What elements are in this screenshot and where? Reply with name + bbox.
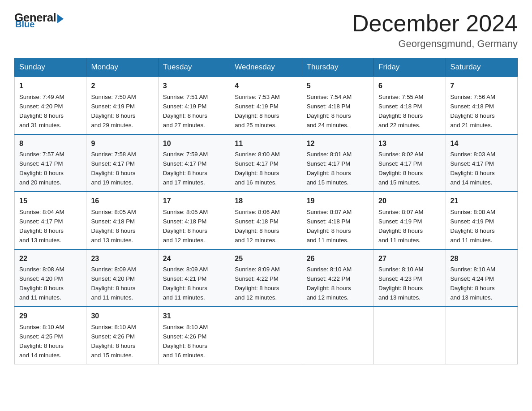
day-info: Sunrise: 8:10 AMSunset: 4:26 PMDaylight:… — [91, 324, 136, 359]
table-cell — [374, 307, 446, 364]
day-number: 2 — [91, 81, 153, 92]
col-wednesday: Wednesday — [230, 58, 302, 77]
table-cell: 3 Sunrise: 7:51 AMSunset: 4:19 PMDayligh… — [158, 77, 230, 134]
table-cell: 8 Sunrise: 7:57 AMSunset: 4:17 PMDayligh… — [15, 134, 86, 192]
day-number: 4 — [235, 81, 297, 92]
month-title: December 2024 — [352, 11, 518, 36]
day-number: 29 — [19, 311, 82, 322]
day-number: 20 — [378, 196, 441, 207]
day-info: Sunrise: 8:08 AMSunset: 4:19 PMDaylight:… — [450, 209, 495, 244]
day-info: Sunrise: 8:02 AMSunset: 4:17 PMDaylight:… — [378, 151, 423, 186]
col-sunday: Sunday — [15, 58, 86, 77]
header-row: Sunday Monday Tuesday Wednesday Thursday… — [15, 58, 518, 77]
table-cell: 22 Sunrise: 8:08 AMSunset: 4:20 PMDaylig… — [15, 249, 86, 307]
day-info: Sunrise: 8:10 AMSunset: 4:25 PMDaylight:… — [19, 324, 64, 359]
col-friday: Friday — [374, 58, 446, 77]
table-cell: 10 Sunrise: 7:59 AMSunset: 4:17 PMDaylig… — [158, 134, 230, 192]
table-cell: 28 Sunrise: 8:10 AMSunset: 4:24 PMDaylig… — [446, 249, 517, 307]
day-info: Sunrise: 8:05 AMSunset: 4:18 PMDaylight:… — [91, 209, 136, 244]
week-row-4: 22 Sunrise: 8:08 AMSunset: 4:20 PMDaylig… — [15, 249, 518, 307]
day-info: Sunrise: 8:10 AMSunset: 4:24 PMDaylight:… — [450, 266, 495, 301]
col-saturday: Saturday — [446, 58, 517, 77]
day-info: Sunrise: 7:53 AMSunset: 4:19 PMDaylight:… — [235, 94, 279, 128]
day-number: 30 — [91, 311, 153, 322]
table-cell: 5 Sunrise: 7:54 AMSunset: 4:18 PMDayligh… — [302, 77, 373, 134]
day-number: 10 — [163, 138, 225, 150]
day-info: Sunrise: 8:07 AMSunset: 4:18 PMDaylight:… — [307, 209, 352, 244]
day-number: 7 — [450, 81, 513, 92]
day-number: 18 — [235, 196, 297, 207]
day-number: 28 — [450, 253, 513, 265]
day-info: Sunrise: 8:10 AMSunset: 4:26 PMDaylight:… — [163, 324, 208, 359]
day-info: Sunrise: 7:59 AMSunset: 4:17 PMDaylight:… — [163, 151, 208, 186]
table-cell: 13 Sunrise: 8:02 AMSunset: 4:17 PMDaylig… — [374, 134, 446, 192]
day-info: Sunrise: 7:51 AMSunset: 4:19 PMDaylight:… — [163, 94, 208, 128]
table-cell: 16 Sunrise: 8:05 AMSunset: 4:18 PMDaylig… — [86, 192, 158, 249]
day-number: 15 — [19, 196, 82, 207]
table-cell: 2 Sunrise: 7:50 AMSunset: 4:19 PMDayligh… — [86, 77, 158, 134]
day-number: 13 — [378, 138, 441, 150]
header: General Blue December 2024 Georgensgmund… — [14, 11, 518, 50]
day-info: Sunrise: 7:50 AMSunset: 4:19 PMDaylight:… — [91, 94, 136, 128]
table-cell — [446, 307, 517, 364]
table-cell — [302, 307, 373, 364]
day-number: 12 — [307, 138, 369, 150]
location-title: Georgensgmund, Germany — [352, 38, 518, 50]
table-cell: 9 Sunrise: 7:58 AMSunset: 4:17 PMDayligh… — [86, 134, 158, 192]
day-info: Sunrise: 8:07 AMSunset: 4:19 PMDaylight:… — [378, 209, 423, 244]
table-cell — [230, 307, 302, 364]
day-number: 26 — [307, 253, 369, 265]
page: General Blue December 2024 Georgensgmund… — [0, 0, 532, 379]
table-cell: 21 Sunrise: 8:08 AMSunset: 4:19 PMDaylig… — [446, 192, 517, 249]
table-cell: 27 Sunrise: 8:10 AMSunset: 4:23 PMDaylig… — [374, 249, 446, 307]
table-cell: 15 Sunrise: 8:04 AMSunset: 4:17 PMDaylig… — [15, 192, 86, 249]
day-number: 6 — [378, 81, 441, 92]
table-cell: 23 Sunrise: 8:09 AMSunset: 4:20 PMDaylig… — [86, 249, 158, 307]
day-info: Sunrise: 7:58 AMSunset: 4:17 PMDaylight:… — [91, 151, 136, 186]
day-info: Sunrise: 7:49 AMSunset: 4:20 PMDaylight:… — [19, 94, 64, 128]
table-cell: 1 Sunrise: 7:49 AMSunset: 4:20 PMDayligh… — [15, 77, 86, 134]
day-number: 19 — [307, 196, 369, 207]
table-cell: 26 Sunrise: 8:10 AMSunset: 4:22 PMDaylig… — [302, 249, 373, 307]
day-info: Sunrise: 8:09 AMSunset: 4:20 PMDaylight:… — [91, 266, 136, 301]
day-number: 27 — [378, 253, 441, 265]
logo-blue-text: Blue — [15, 19, 34, 30]
day-info: Sunrise: 8:04 AMSunset: 4:17 PMDaylight:… — [19, 209, 64, 244]
day-number: 23 — [91, 253, 153, 265]
table-cell: 12 Sunrise: 8:01 AMSunset: 4:17 PMDaylig… — [302, 134, 373, 192]
table-cell: 20 Sunrise: 8:07 AMSunset: 4:19 PMDaylig… — [374, 192, 446, 249]
day-info: Sunrise: 8:03 AMSunset: 4:17 PMDaylight:… — [450, 151, 495, 186]
day-number: 1 — [19, 81, 82, 92]
title-block: December 2024 Georgensgmund, Germany — [352, 11, 518, 50]
table-cell: 25 Sunrise: 8:09 AMSunset: 4:22 PMDaylig… — [230, 249, 302, 307]
day-info: Sunrise: 8:00 AMSunset: 4:17 PMDaylight:… — [235, 151, 279, 186]
day-number: 22 — [19, 253, 82, 265]
day-info: Sunrise: 8:06 AMSunset: 4:18 PMDaylight:… — [235, 209, 279, 244]
day-info: Sunrise: 8:10 AMSunset: 4:23 PMDaylight:… — [378, 266, 423, 301]
table-cell: 11 Sunrise: 8:00 AMSunset: 4:17 PMDaylig… — [230, 134, 302, 192]
table-cell: 14 Sunrise: 8:03 AMSunset: 4:17 PMDaylig… — [446, 134, 517, 192]
day-number: 25 — [235, 253, 297, 265]
week-row-2: 8 Sunrise: 7:57 AMSunset: 4:17 PMDayligh… — [15, 134, 518, 192]
table-cell: 17 Sunrise: 8:05 AMSunset: 4:18 PMDaylig… — [158, 192, 230, 249]
day-info: Sunrise: 7:55 AMSunset: 4:18 PMDaylight:… — [378, 94, 423, 128]
table-cell: 18 Sunrise: 8:06 AMSunset: 4:18 PMDaylig… — [230, 192, 302, 249]
day-number: 3 — [163, 81, 225, 92]
table-cell: 4 Sunrise: 7:53 AMSunset: 4:19 PMDayligh… — [230, 77, 302, 134]
col-tuesday: Tuesday — [158, 58, 230, 77]
table-cell: 30 Sunrise: 8:10 AMSunset: 4:26 PMDaylig… — [86, 307, 158, 364]
calendar-table: Sunday Monday Tuesday Wednesday Thursday… — [14, 58, 518, 364]
day-number: 9 — [91, 138, 153, 150]
table-cell: 24 Sunrise: 8:09 AMSunset: 4:21 PMDaylig… — [158, 249, 230, 307]
week-row-5: 29 Sunrise: 8:10 AMSunset: 4:25 PMDaylig… — [15, 307, 518, 364]
col-thursday: Thursday — [302, 58, 373, 77]
day-info: Sunrise: 7:54 AMSunset: 4:18 PMDaylight:… — [307, 94, 352, 128]
day-number: 16 — [91, 196, 153, 207]
col-monday: Monday — [86, 58, 158, 77]
day-number: 21 — [450, 196, 513, 207]
table-cell: 7 Sunrise: 7:56 AMSunset: 4:18 PMDayligh… — [446, 77, 517, 134]
logo-triangle-icon — [57, 14, 64, 23]
table-cell: 6 Sunrise: 7:55 AMSunset: 4:18 PMDayligh… — [374, 77, 446, 134]
logo: General Blue — [14, 11, 64, 30]
day-info: Sunrise: 8:09 AMSunset: 4:21 PMDaylight:… — [163, 266, 208, 301]
